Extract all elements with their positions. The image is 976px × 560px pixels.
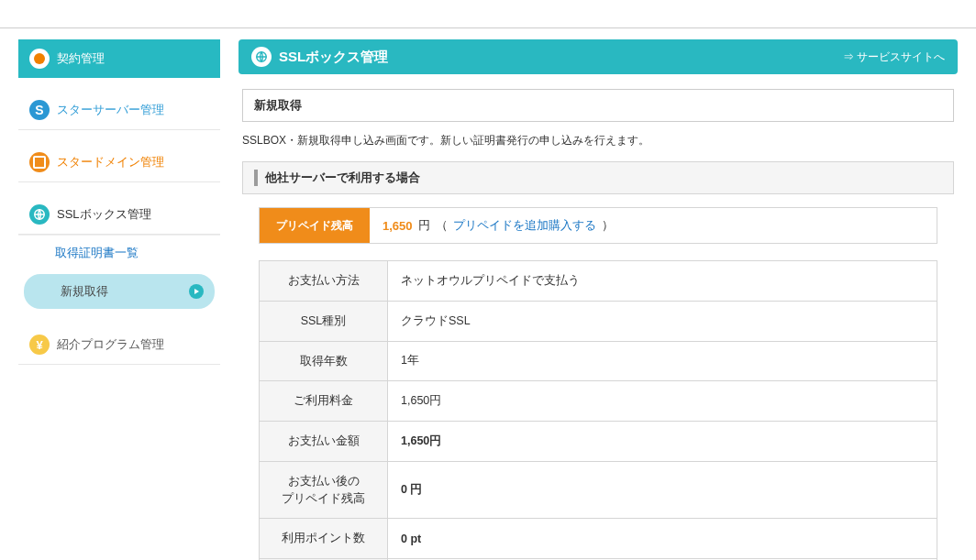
prepaid-unit: 円 — [418, 217, 430, 234]
prepaid-purchase-link[interactable]: プリペイドを追加購入する — [453, 217, 596, 234]
th-ssl-type: SSL種別 — [260, 301, 388, 341]
td-use-points: 0 pt — [388, 519, 937, 559]
sidebar-label: 紹介プログラム管理 — [57, 336, 164, 353]
globe-icon — [251, 47, 272, 67]
sidebar-label: SSLボックス管理 — [57, 206, 151, 223]
sidebar-sub-new[interactable]: 新規取得 — [24, 274, 215, 309]
sidebar-item-contract[interactable]: 契約管理 — [18, 39, 220, 78]
prepaid-amount: 1,650 — [383, 219, 413, 233]
paren-right: ） — [602, 217, 614, 234]
starserver-icon: S — [29, 100, 50, 120]
content-box-title: 新規取得 — [242, 89, 954, 122]
section-title-bar: 他社サーバーで利用する場合 — [242, 161, 954, 194]
sidebar-label: スターサーバー管理 — [57, 102, 164, 118]
table-row: 取得年数 1年 — [260, 341, 937, 381]
table-row: 利用ポイント数 0 pt — [260, 519, 937, 559]
th-pay-amount: お支払い金額 — [260, 422, 388, 462]
sslbox-icon — [29, 204, 50, 225]
table-row: お支払い金額 1,650円 — [260, 422, 937, 462]
sub-label: 取得証明書一覧 — [55, 245, 139, 261]
th-use-points: 利用ポイント数 — [260, 519, 388, 559]
table-row: SSL種別 クラウドSSL — [260, 301, 937, 341]
td-fee: 1,650円 — [388, 381, 937, 422]
description-text: SSLBOX・新規取得申し込み画面です。新しい証明書発行の申し込みを行えます。 — [242, 133, 954, 148]
paren-left: （ — [436, 217, 448, 234]
td-pay-amount: 1,650円 — [388, 422, 937, 462]
sidebar-item-referral[interactable]: 紹介プログラム管理 — [18, 325, 220, 365]
td-ssl-type: クラウドSSL — [388, 301, 937, 341]
stardomain-icon — [29, 152, 50, 172]
table-row: お支払い後の プリペイド残高 0 円 — [260, 461, 937, 519]
sidebar-item-sslbox[interactable]: SSLボックス管理 — [18, 195, 220, 235]
sidebar-label: スタードメイン管理 — [57, 154, 164, 170]
table-row: ご利用料金 1,650円 — [260, 381, 937, 422]
table-row: お支払い方法 ネットオウルプリペイドで支払う — [260, 261, 937, 302]
page-header: SSLボックス管理 ⇒ サービスサイトへ — [238, 39, 958, 74]
th-pay-method: お支払い方法 — [260, 261, 388, 302]
sidebar-item-stardomain[interactable]: スタードメイン管理 — [18, 143, 220, 182]
td-after-prepaid: 0 円 — [388, 461, 937, 519]
main-content: SSLボックス管理 ⇒ サービスサイトへ 新規取得 SSLBOX・新規取得申し込… — [238, 39, 958, 560]
sidebar-label: 契約管理 — [57, 50, 105, 67]
referral-icon — [29, 335, 50, 355]
prepaid-balance-box: プリペイド残高 1,650 円 （ プリペイドを追加購入する ） — [259, 207, 937, 244]
detail-table: お支払い方法 ネットオウルプリペイドで支払う SSL種別 クラウドSSL 取得年… — [259, 260, 937, 560]
sub-label: 新規取得 — [61, 283, 108, 300]
th-after-prepaid: お支払い後の プリペイド残高 — [260, 461, 388, 519]
arrow-right-icon — [189, 284, 204, 299]
sidebar: 契約管理 S スターサーバー管理 スタードメイン管理 SSLボックス管理 取得証… — [18, 39, 220, 560]
contract-icon — [29, 49, 50, 69]
th-fee: ご利用料金 — [260, 381, 388, 422]
page-title: SSLボックス管理 — [279, 49, 388, 66]
section-title: 他社サーバーで利用する場合 — [254, 170, 942, 186]
prepaid-label: プリペイド残高 — [260, 208, 370, 243]
sidebar-item-starserver[interactable]: S スターサーバー管理 — [18, 91, 220, 130]
sidebar-subitems: 取得証明書一覧 新規取得 — [18, 235, 220, 309]
service-site-link[interactable]: ⇒ サービスサイトへ — [843, 49, 945, 65]
sidebar-sub-cert-list[interactable]: 取得証明書一覧 — [18, 235, 220, 270]
th-years: 取得年数 — [260, 341, 388, 381]
td-pay-method: ネットオウルプリペイドで支払う — [388, 261, 937, 302]
td-years: 1年 — [388, 341, 937, 381]
